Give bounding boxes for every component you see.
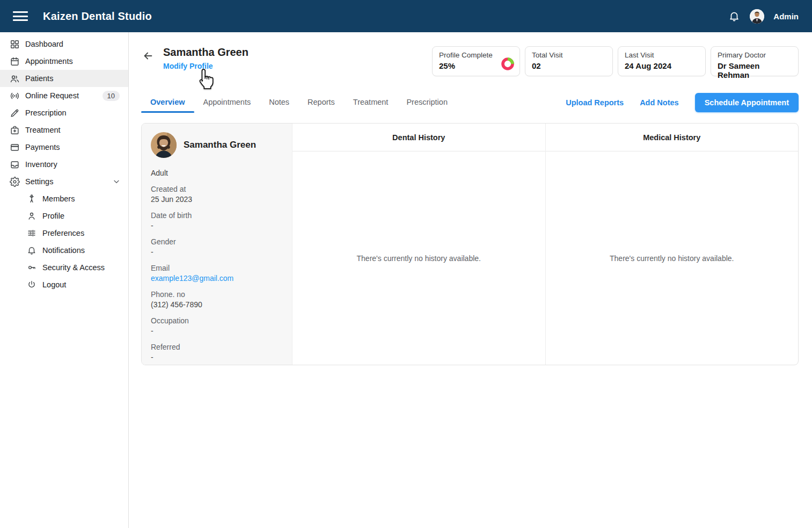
dental-history-column: Dental History There's currently no hist… — [292, 124, 546, 365]
field-label: Phone. no — [151, 290, 283, 299]
overview-card: Samantha Green Adult Created at 25 Jun 2… — [141, 123, 799, 365]
sidebar-item-payments[interactable]: Payments — [0, 139, 128, 156]
menu-icon[interactable] — [13, 11, 28, 21]
main-content: Samantha Green Modify Profile Profile Co… — [129, 32, 812, 528]
medical-history-empty-text: There's currently no history available. — [546, 151, 799, 365]
sidebar-item-prescription[interactable]: Prescription — [0, 104, 128, 121]
sidebar-item-dashboard[interactable]: Dashboard — [0, 35, 128, 53]
field-created-at: Created at 25 Jun 2023 — [151, 185, 283, 204]
field-value: 25 Jun 2023 — [151, 195, 283, 204]
sidebar-item-label: Payments — [25, 143, 60, 151]
admin-avatar[interactable] — [750, 9, 764, 24]
medical-history-column: Medical History There's currently no his… — [546, 124, 799, 365]
field-label: Occupation — [151, 316, 283, 325]
sidebar-item-profile[interactable]: Profile — [0, 207, 128, 225]
field-value: - — [151, 327, 283, 335]
stat-label: Total Visit — [532, 51, 606, 59]
sidebar-item-label: Notifications — [42, 246, 85, 255]
patient-name: Samantha Green — [184, 140, 256, 150]
sidebar-item-security-access[interactable]: Security & Access — [0, 259, 128, 276]
field-gender: Gender - — [151, 237, 283, 256]
calendar-icon — [9, 56, 20, 67]
modify-profile-link[interactable]: Modify Profile — [163, 62, 213, 70]
pencil-icon — [9, 107, 20, 118]
patients-icon — [9, 73, 20, 84]
back-arrow-icon[interactable] — [141, 49, 155, 63]
chevron-down-icon[interactable] — [112, 177, 121, 186]
field-occupation: Occupation - — [151, 316, 283, 335]
field-email: Email example123@gmail.com — [151, 264, 283, 283]
sidebar-item-label: Members — [42, 194, 75, 203]
sidebar-item-logout[interactable]: Logout — [0, 276, 128, 293]
field-referred: Referred - — [151, 343, 283, 361]
stat-card-primary-doctor: Primary Doctor Dr Sameen Rehman — [711, 46, 799, 76]
sidebar-item-label: Security & Access — [42, 263, 105, 272]
tab-treatment[interactable]: Treatment — [344, 92, 398, 113]
stat-label: Primary Doctor — [718, 51, 792, 59]
sidebar-item-label: Preferences — [42, 229, 84, 237]
field-label: Email — [151, 264, 283, 272]
sidebar: Dashboard Appointments Patients Online R… — [0, 32, 129, 528]
patient-profile-panel: Samantha Green Adult Created at 25 Jun 2… — [142, 124, 292, 365]
appbar: Kaizen Dental Studio Admin — [0, 0, 812, 32]
patient-tabs: Overview Appointments Notes Reports Trea… — [141, 92, 457, 113]
stat-card-profile-complete: Profile Complete 25% — [432, 46, 520, 76]
sidebar-item-online-request[interactable]: Online Request 10 — [0, 87, 128, 104]
sidebar-item-label: Treatment — [25, 126, 61, 134]
field-label: Created at — [151, 185, 283, 193]
tab-reports[interactable]: Reports — [298, 92, 344, 113]
patient-category: Adult — [151, 169, 283, 177]
dental-history-empty-text: There's currently no history available. — [292, 151, 545, 365]
sidebar-item-label: Patients — [25, 74, 53, 83]
add-notes-link[interactable]: Add Notes — [640, 98, 679, 107]
tab-overview[interactable]: Overview — [141, 92, 194, 113]
stats-row: Profile Complete 25% Total Visit 02 Last… — [432, 46, 799, 76]
sidebar-item-label: Logout — [42, 280, 66, 289]
notifications-bell-icon[interactable] — [728, 10, 741, 23]
stat-label: Last Visit — [625, 51, 699, 59]
sidebar-item-label: Dashboard — [25, 40, 63, 48]
tab-prescription[interactable]: Prescription — [397, 92, 457, 113]
power-icon — [26, 279, 37, 290]
person-icon — [26, 211, 37, 221]
dashboard-icon — [9, 39, 20, 49]
sidebar-item-settings[interactable]: Settings — [0, 173, 128, 190]
broadcast-icon — [9, 90, 20, 101]
dental-history-title: Dental History — [292, 124, 545, 151]
medical-history-title: Medical History — [546, 124, 799, 151]
bell-icon — [26, 245, 37, 256]
gear-icon — [9, 176, 20, 187]
sidebar-item-inventory[interactable]: Inventory — [0, 156, 128, 173]
sidebar-item-patients[interactable]: Patients — [0, 70, 128, 87]
sidebar-item-treatment[interactable]: Treatment — [0, 121, 128, 139]
stat-card-total-visit: Total Visit 02 — [525, 46, 613, 76]
admin-label: Admin — [773, 12, 799, 21]
email-link[interactable]: example123@gmail.com — [151, 274, 283, 283]
app-title: Kaizen Dental Studio — [43, 10, 152, 23]
tab-appointments[interactable]: Appointments — [194, 92, 260, 113]
member-icon — [26, 193, 37, 204]
field-date-of-birth: Date of birth - — [151, 211, 283, 230]
sidebar-item-preferences[interactable]: Preferences — [0, 225, 128, 242]
patient-avatar — [151, 132, 177, 158]
field-label: Date of birth — [151, 211, 283, 220]
sidebar-item-label: Appointments — [25, 57, 73, 66]
sidebar-item-members[interactable]: Members — [0, 190, 128, 207]
credit-card-icon — [9, 142, 20, 153]
tab-notes[interactable]: Notes — [260, 92, 298, 113]
schedule-appointment-button[interactable]: Schedule Appointment — [695, 93, 799, 112]
field-value: - — [151, 221, 283, 230]
sidebar-item-notifications[interactable]: Notifications — [0, 242, 128, 259]
sidebar-item-label: Profile — [42, 212, 64, 220]
profile-complete-donut-chart — [501, 57, 515, 71]
sidebar-item-label: Online Request — [25, 91, 79, 100]
field-value: - — [151, 248, 283, 256]
sidebar-item-label: Inventory — [25, 160, 57, 169]
medical-bag-icon — [9, 125, 20, 135]
field-value: - — [151, 353, 283, 361]
field-phone: Phone. no (312) 456-7890 — [151, 290, 283, 309]
field-label: Referred — [151, 343, 283, 351]
upload-reports-link[interactable]: Upload Reports — [566, 98, 624, 107]
stat-card-last-visit: Last Visit 24 Aug 2024 — [618, 46, 706, 76]
sidebar-item-appointments[interactable]: Appointments — [0, 53, 128, 70]
